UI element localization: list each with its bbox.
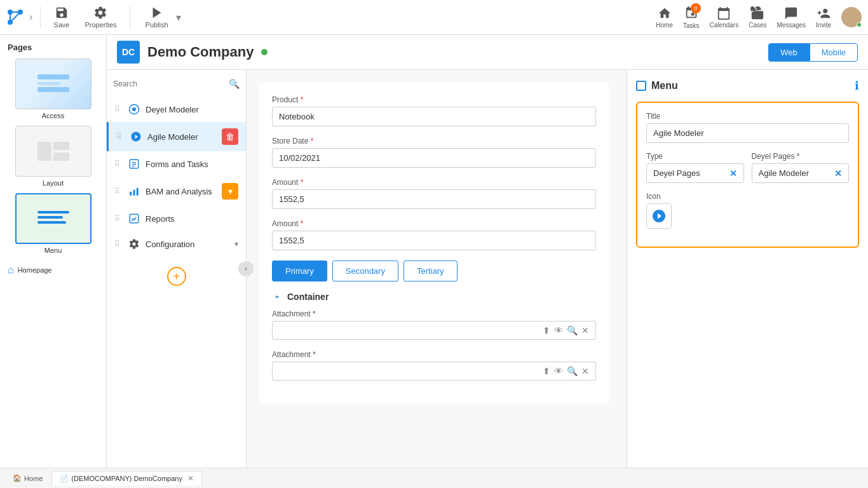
container-section: Container Attachment * ⬆ 👁 — [272, 292, 596, 381]
view-icon[interactable]: 👁 — [554, 325, 563, 336]
container-header[interactable]: Container — [272, 292, 596, 302]
toolbar-left: › Save Properties Publish ▾ — [6, 3, 181, 31]
attachment2-label: Attachment * — [272, 350, 596, 359]
nav-search: 🔍 — [107, 76, 246, 92]
add-nav-item-button[interactable]: + — [167, 267, 186, 286]
config-expand-arrow[interactable]: ▾ — [234, 240, 238, 248]
drag-handle-agile: ⠿ — [116, 132, 122, 141]
amount2-input[interactable] — [272, 231, 596, 250]
company-logo: DC — [117, 41, 140, 64]
svg-rect-9 — [37, 87, 69, 92]
page-thumb-menu[interactable]: Menu — [5, 193, 101, 254]
breadcrumb-arrow[interactable]: › — [29, 11, 32, 23]
svg-rect-24 — [137, 188, 139, 196]
attachment2-actions: ⬆ 👁 🔍 ✕ — [543, 366, 589, 376]
company-name: Demo Company — [147, 44, 254, 60]
svg-rect-15 — [37, 221, 66, 224]
deyel-pages-select-wrapper: Agile Modeler ✕ — [752, 163, 850, 183]
amount1-field: Amount * — [272, 178, 596, 209]
properties-button[interactable]: Properties — [79, 3, 121, 31]
page-thumb-layout[interactable]: Layout — [5, 126, 101, 187]
type-select[interactable]: Deyel Pages — [647, 164, 723, 182]
secondary-button[interactable]: Secondary — [332, 261, 398, 281]
product-input[interactable] — [272, 107, 596, 126]
primary-button[interactable]: Primary — [272, 261, 327, 281]
nav-item-deyel-modeler[interactable]: ⠿ Deyel Modeler — [107, 97, 246, 122]
view-mobile-button[interactable]: Mobile — [810, 43, 858, 62]
nav-item-forms-tasks[interactable]: ⠿ Forms and Tasks — [107, 151, 246, 177]
right-panel: Menu ℹ Title Type — [627, 70, 868, 468]
nav-item-configuration[interactable]: ⠿ Configuration ▾ — [107, 231, 246, 257]
type-field-group: Type Deyel Pages ✕ — [646, 152, 744, 183]
bottom-company-tab[interactable]: 📄 (DEMOCOMPANY) DemoCompany ✕ — [51, 471, 202, 485]
deyel-pages-select[interactable]: Agile Modeler — [752, 164, 829, 182]
nav-item-reports[interactable]: ⠿ Reports — [107, 206, 246, 231]
bam-analysis-label: BAM and Analysis — [146, 187, 217, 196]
drag-handle: ⠿ — [114, 105, 120, 114]
icon-selector[interactable] — [646, 203, 672, 229]
center-area: DC Demo Company Web Mobile 🔍 ⠿ — [107, 35, 868, 468]
view2-icon[interactable]: 👁 — [554, 366, 563, 376]
nav-calendars[interactable]: Calendars — [710, 6, 739, 29]
svg-marker-6 — [153, 8, 161, 18]
nav-search-icon[interactable]: 🔍 — [229, 79, 240, 89]
svg-rect-8 — [37, 82, 60, 85]
sidebar-toggle-button[interactable]: ‹ — [238, 261, 254, 276]
clear-icon[interactable]: ✕ — [581, 325, 589, 336]
tertiary-button[interactable]: Tertiary — [403, 261, 458, 281]
thumb-access-img — [15, 58, 92, 109]
preview-area: Product * Store Date * — [247, 70, 627, 468]
nav-tasks[interactable]: 0 Tasks — [683, 6, 700, 29]
expand-nav-item-button[interactable]: ▾ — [222, 183, 238, 200]
nav-search-input[interactable] — [113, 79, 229, 88]
nav-cases[interactable]: Cases — [749, 6, 766, 29]
nav-item-agile-modeler[interactable]: ⠿ Agile Modeler 🗑 — [107, 122, 246, 151]
homepage-icon: ⌂ — [8, 264, 14, 276]
nav-messages[interactable]: Messages — [777, 6, 806, 29]
main-area: Pages Access Layout Menu ⌂ Homepage — [0, 35, 868, 468]
clear2-icon[interactable]: ✕ — [581, 366, 589, 376]
view-web-button[interactable]: Web — [768, 43, 810, 62]
svg-rect-12 — [53, 152, 69, 161]
tab-close-button[interactable]: ✕ — [187, 474, 194, 483]
menu-checkbox[interactable] — [636, 81, 646, 91]
reports-label: Reports — [146, 214, 238, 224]
nav-sidebar: 🔍 ⠿ Deyel Modeler ⠿ Agile Modeler — [107, 70, 247, 468]
store-date-label: Store Date * — [272, 137, 596, 146]
search-icon[interactable]: 🔍 — [567, 325, 578, 336]
action-buttons: Primary Secondary Tertiary — [272, 261, 596, 281]
app-icon — [6, 8, 24, 26]
user-avatar[interactable] — [841, 7, 862, 27]
pages-panel: Pages Access Layout Menu ⌂ Homepage — [0, 35, 107, 468]
container-label: Container — [287, 292, 329, 302]
nav-item-bam-analysis[interactable]: ⠿ BAM and Analysis ▾ — [107, 177, 246, 206]
info-icon[interactable]: ℹ — [855, 79, 859, 93]
toolbar-divider2 — [130, 6, 130, 29]
product-field: Product * — [272, 95, 596, 126]
upload-icon[interactable]: ⬆ — [543, 325, 550, 336]
publish-button[interactable]: Publish — [138, 3, 176, 31]
bottom-home-tab[interactable]: 🏠 Home — [6, 471, 49, 485]
delete-nav-item-button[interactable]: 🗑 — [222, 128, 238, 145]
save-button[interactable]: Save — [48, 3, 74, 31]
drag-handle-bam: ⠿ — [114, 187, 120, 196]
title-field-input[interactable] — [646, 123, 849, 143]
upload2-icon[interactable]: ⬆ — [543, 366, 550, 376]
page-thumb-access[interactable]: Access — [5, 58, 101, 119]
store-date-field: Store Date * — [272, 137, 596, 168]
container-collapse-icon — [272, 292, 282, 302]
product-required: * — [301, 95, 304, 104]
nav-invite[interactable]: Invite — [816, 6, 831, 29]
type-clear-button[interactable]: ✕ — [723, 165, 743, 182]
nav-home[interactable]: Home — [656, 6, 673, 29]
page-thumb-access-label: Access — [42, 112, 64, 119]
publish-dropdown-arrow[interactable]: ▾ — [176, 11, 181, 24]
store-date-input[interactable] — [272, 148, 596, 168]
amount1-input[interactable] — [272, 189, 596, 209]
view-toggle: Web Mobile — [768, 43, 858, 62]
drag-handle-reports: ⠿ — [114, 214, 120, 223]
online-indicator — [857, 22, 862, 27]
page-thumb-homepage[interactable]: ⌂ Homepage — [5, 261, 101, 280]
search2-icon[interactable]: 🔍 — [567, 366, 578, 376]
deyel-pages-clear-button[interactable]: ✕ — [828, 165, 848, 182]
